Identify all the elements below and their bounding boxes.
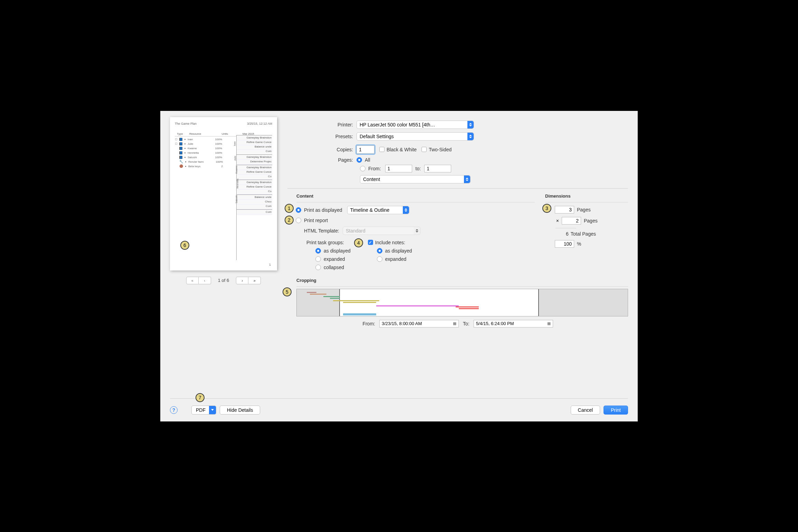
pages-tall-input[interactable] [562,217,581,225]
tg-displayed-radio[interactable] [315,248,321,254]
cancel-button[interactable]: Cancel [571,406,600,415]
view-select[interactable]: Timeline & Outline [347,206,409,214]
preview-pane: The Game Plan 3/25/15, 12:12 AM Type Res… [170,117,277,327]
print-options: Printer: HP LaserJet 500 color M551 [4th… [287,117,628,327]
preview-timeline-section: Com [237,209,272,215]
stepper-icon [467,121,474,129]
next-page-button[interactable]: › [236,277,248,284]
preview-timeline-section: HenriettaGameplay BrainstonRefine Game C… [237,180,272,194]
preview-timeline-section: SatoshiBalance undeChooCom [237,194,272,209]
cropping-title: Cropping [296,278,628,283]
presets-label: Presets: [287,134,357,139]
chevron-down-icon [209,406,216,414]
preview-page: The Game Plan 3/25/15, 12:12 AM Type Res… [170,117,277,270]
print-report-radio[interactable] [296,218,301,223]
crop-handle-right[interactable] [538,289,628,316]
preview-page-number: 1 [269,263,271,266]
page-indicator: 1 of 6 [218,278,229,283]
dialog-footer: 7 ? PDF Hide Details Cancel Print [170,406,628,415]
print-dialog: The Game Plan 3/25/15, 12:12 AM Type Res… [159,110,639,422]
pages-label: Pages: [287,157,357,163]
preview-timeline-section: KwameGameplay BrainstonRefine Game Conce… [237,165,272,180]
pages-all-radio[interactable] [357,157,362,163]
pages-from-input[interactable] [385,165,412,172]
print-displayed-radio[interactable] [296,207,301,213]
annotation-badge-7: 7 [196,393,205,402]
pdf-menu-button[interactable]: PDF [191,406,216,415]
annotation-badge-3: 3 [542,204,551,213]
html-template-select: Standard [343,227,420,235]
printer-label: Printer: [287,122,357,127]
pane-select[interactable]: Content [360,175,471,183]
twosided-checkbox[interactable] [421,147,427,152]
presets-select[interactable]: Default Settings [357,132,474,141]
html-template-label: HTML Template: [304,228,339,234]
pages-wide-input[interactable] [555,206,574,213]
twosided-label: Two-Sided [429,147,452,152]
bw-label: Black & White [387,147,417,152]
print-displayed-label: Print as displayed [304,207,342,213]
last-page-button[interactable]: » [248,277,261,284]
tg-collapsed-radio[interactable] [315,265,321,270]
crop-from-label: From: [362,321,375,326]
print-button[interactable]: Print [604,406,628,415]
copies-label: Copies: [287,147,357,152]
pages-from-radio[interactable] [360,166,365,171]
preview-timeline-section: JulieGameplay BrainstonDetermine Projec [237,154,272,165]
bw-checkbox[interactable] [379,147,384,152]
preview-col-units: Units [216,132,228,135]
calendar-icon: ▦ [453,321,456,326]
notes-expanded-radio[interactable] [377,256,382,262]
dimensions-title: Dimensions [545,193,628,199]
crop-from-input[interactable]: 3/23/15, 8:00:00 AM ▦ [379,320,459,327]
task-groups-title: Print task groups: [306,240,351,245]
preview-doc-title: The Game Plan [175,122,197,125]
cropping-timeline[interactable] [296,289,628,316]
copies-input[interactable] [357,145,374,154]
pages-from-label: From: [368,166,381,171]
crop-to-input[interactable]: 5/4/15, 6:24:00 PM ▦ [474,320,553,327]
preview-col-type: Type [177,132,189,135]
crop-to-label: To: [463,321,469,326]
annotation-badge-6: 6 [180,241,189,250]
preview-col-resource: Resource [189,132,216,135]
include-notes-checkbox[interactable] [368,240,373,245]
printer-select[interactable]: HP LaserJet 500 color M551 [4th… [357,121,474,129]
annotation-badge-4: 4 [354,238,363,247]
pages-to-label: to: [416,166,421,171]
print-report-label: Print report [304,218,328,223]
stepper-icon [464,175,470,183]
content-title: Content [296,193,535,199]
pages-all-label: All [365,157,370,163]
hide-details-button[interactable]: Hide Details [220,406,260,415]
crop-handle-left[interactable] [297,289,340,316]
stepper-icon [414,227,420,235]
annotation-badge-1: 1 [285,204,294,213]
include-notes-title: Include notes: [375,240,405,245]
page-navigation: « ‹ 1 of 6 › » [170,277,277,284]
stepper-icon [467,133,474,140]
notes-displayed-radio[interactable] [377,248,382,254]
calendar-icon: ▦ [547,321,551,326]
first-page-button[interactable]: « [186,277,199,284]
stepper-icon [403,206,409,214]
preview-doc-date: 3/25/15, 12:12 AM [247,122,272,125]
annotation-badge-5: 5 [283,287,292,296]
preview-timeline-section: IvanGameplay BrainstonRefine Game ConceB… [237,135,272,154]
pages-to-input[interactable] [424,165,451,172]
total-pages-value: 6 [566,231,569,237]
scale-pct-input[interactable] [555,240,574,248]
help-button[interactable]: ? [170,406,178,414]
tg-expanded-radio[interactable] [315,256,321,262]
prev-page-button[interactable]: ‹ [199,277,211,284]
annotation-badge-2: 2 [285,216,294,225]
